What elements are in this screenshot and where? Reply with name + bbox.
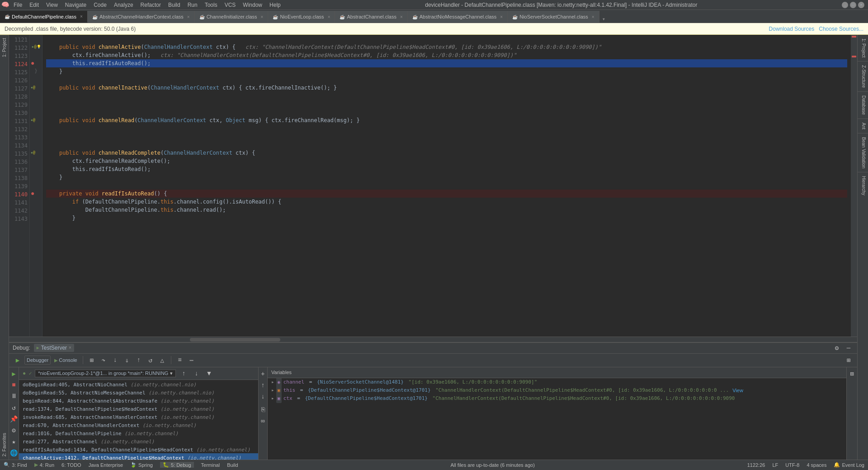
tab-close-6[interactable]: ×	[592, 14, 594, 19]
force-step-into-button[interactable]: ⇓	[122, 355, 132, 365]
tab-console[interactable]: ▶ Console	[52, 356, 79, 365]
tab-0[interactable]: ☕ DefaultChannelPipeline.class ×	[0, 11, 88, 23]
thread-down-button[interactable]: ↓	[191, 368, 201, 378]
var-this-expand[interactable]: ▸	[271, 386, 274, 394]
rerun-button[interactable]: ↺	[9, 403, 19, 413]
menu-run[interactable]: Run	[184, 0, 201, 10]
scrollbar-thumb[interactable]	[190, 338, 280, 342]
left-tab-project[interactable]: 1: Project	[0, 35, 9, 60]
start-button[interactable]: ▶	[9, 369, 19, 379]
menu-vcs[interactable]: VCS	[221, 0, 240, 10]
step-over-button[interactable]: ↷	[99, 355, 108, 365]
tab-close-5[interactable]: ×	[500, 14, 503, 19]
menu-view[interactable]: View	[42, 0, 61, 10]
tab-5[interactable]: ☕ AbstractNioMessageChannel.class ×	[408, 11, 508, 23]
server-tab-close[interactable]: ×	[69, 346, 71, 351]
status-run[interactable]: ▶ 4: Run	[34, 462, 54, 468]
download-sources-link[interactable]: Download Sources	[769, 26, 815, 32]
step-out-button[interactable]: ↑	[134, 355, 144, 365]
status-todo[interactable]: 6: TODO	[61, 462, 81, 468]
menu-refactor[interactable]: Refactor	[137, 0, 165, 10]
menu-analyze[interactable]: Analyze	[110, 0, 137, 10]
frame-5[interactable]: read:670, AbstractChannelHandlerContext …	[19, 421, 258, 429]
status-indent[interactable]: 4 spaces	[807, 462, 826, 468]
pause-button[interactable]: ⏸	[9, 392, 19, 401]
tab-3[interactable]: ☕ NioEventLoop.class ×	[268, 11, 335, 23]
tab-4[interactable]: ☕ AbstractChannel.class ×	[335, 11, 407, 23]
thread-filter-button[interactable]: ▼	[204, 368, 214, 378]
copy-button[interactable]: ⎘	[258, 405, 268, 415]
right-tab-project[interactable]: 1: Project	[858, 35, 868, 62]
resume-button[interactable]: ▶	[13, 355, 23, 365]
tab-close-0[interactable]: ×	[80, 14, 83, 19]
tab-6[interactable]: ☕ NioServerSocketChannel.class ×	[508, 11, 599, 23]
breakpoint-1124[interactable]: ●	[31, 60, 34, 66]
evaluate-button[interactable]: △	[157, 355, 167, 365]
web-button[interactable]: 🌐	[9, 448, 19, 458]
menu-build[interactable]: Build	[165, 0, 184, 10]
var-this-view-link[interactable]: View	[732, 386, 743, 394]
frame-4[interactable]: invokeRead:685, AbstractChannelHandlerCo…	[19, 413, 258, 421]
run-to-cursor-button[interactable]: ↺	[146, 355, 156, 365]
right-tab-zstructure[interactable]: Z-Structure	[858, 62, 868, 92]
tab-close-1[interactable]: ×	[187, 14, 190, 19]
frame-0[interactable]: doBeginRead:405, AbstractNioChannel (io.…	[19, 380, 258, 388]
maximize-button[interactable]: □	[850, 2, 856, 8]
frame-2[interactable]: beginRead:844, AbstractChannel$AbstractU…	[19, 396, 258, 404]
menu-code[interactable]: Code	[90, 0, 110, 10]
right-tab-hierarchy[interactable]: Hierarchy	[858, 172, 868, 199]
menu-edit[interactable]: Edit	[26, 0, 42, 10]
frame-8[interactable]: readIfIsAutoRead:1434, DefaultChannelPip…	[19, 445, 258, 453]
minimize-panel-button[interactable]: —	[844, 343, 854, 353]
scroll-up-button[interactable]: ↑	[258, 380, 268, 390]
gear-button[interactable]: ⚙	[9, 426, 19, 435]
infinity-button[interactable]: ∞	[258, 416, 268, 426]
tab-close-3[interactable]: ×	[328, 14, 330, 19]
minimize-button[interactable]: _	[842, 2, 848, 8]
frame-1[interactable]: doBeginRead:55, AbstractNioMessageChanne…	[19, 388, 258, 396]
choose-sources-link[interactable]: Choose Sources...	[819, 26, 863, 32]
threads-button[interactable]: ⋯	[187, 355, 197, 365]
frame-7[interactable]: read:277, AbstractChannel (io.netty.chan…	[19, 437, 258, 445]
var-channel-expand[interactable]: ▸	[271, 378, 274, 386]
status-lf[interactable]: LF	[772, 462, 778, 468]
show-execution-point[interactable]: ⊞	[87, 355, 97, 365]
restore-layout-button[interactable]: ⊞	[844, 355, 854, 365]
frame-9[interactable]: channelActive:1412, DefaultChannelPipeli…	[19, 453, 258, 460]
var-ctx-expand[interactable]: ▸	[271, 394, 274, 403]
status-java-enterprise[interactable]: Java Enterprise	[89, 462, 123, 468]
frames-button[interactable]: ≡	[175, 355, 185, 365]
left-tab-favorites[interactable]: 2: Favorites	[0, 430, 9, 459]
menu-help[interactable]: Help	[266, 0, 284, 10]
tab-close-2[interactable]: ×	[261, 14, 264, 19]
scroll-down-button[interactable]: ↓	[258, 392, 268, 402]
step-into-button[interactable]: ↓	[110, 355, 120, 365]
stop-button[interactable]: ■	[9, 380, 19, 390]
menu-tools[interactable]: Tools	[201, 0, 221, 10]
frame-6[interactable]: read:1016, DefaultChannelPipeline (io.ne…	[19, 429, 258, 437]
frame-3[interactable]: read:1374, DefaultChannelPipeline$HeadCo…	[19, 404, 258, 413]
star-button[interactable]: ★	[9, 437, 19, 446]
breakpoint-1140[interactable]: ●	[31, 190, 34, 197]
status-terminal[interactable]: Terminal	[201, 462, 220, 468]
tab-2[interactable]: ☕ ChannelInitializer.class ×	[195, 11, 269, 23]
menu-navigate[interactable]: Navigate	[61, 0, 90, 10]
status-build[interactable]: Build	[227, 462, 238, 468]
close-button[interactable]: ×	[858, 2, 864, 8]
settings-button[interactable]: ⚙	[832, 343, 842, 353]
tab-1[interactable]: ☕ AbstractChannelHandlerContext.class ×	[88, 11, 195, 23]
tab-overflow[interactable]: ▾	[599, 16, 608, 23]
status-debug[interactable]: 🐛 5: Debug	[160, 462, 194, 468]
pin-button[interactable]: 📌	[9, 414, 19, 424]
right-tab-bean[interactable]: Bean Validation	[858, 133, 868, 172]
horizontal-scrollbar[interactable]	[9, 337, 857, 342]
thread-up-button[interactable]: ↑	[179, 368, 189, 378]
menu-file[interactable]: File	[10, 0, 26, 10]
tab-close-4[interactable]: ×	[400, 14, 403, 19]
right-tab-database[interactable]: Database	[858, 92, 868, 119]
debug-server-tab[interactable]: ▶ TestServer ×	[34, 344, 74, 352]
restore-button[interactable]: ⊞	[847, 369, 857, 379]
scroll-add-button[interactable]: +	[258, 369, 268, 379]
status-spring[interactable]: 🍃 Spring	[130, 462, 153, 468]
status-event-log[interactable]: 🔔 Event Log	[834, 462, 864, 468]
